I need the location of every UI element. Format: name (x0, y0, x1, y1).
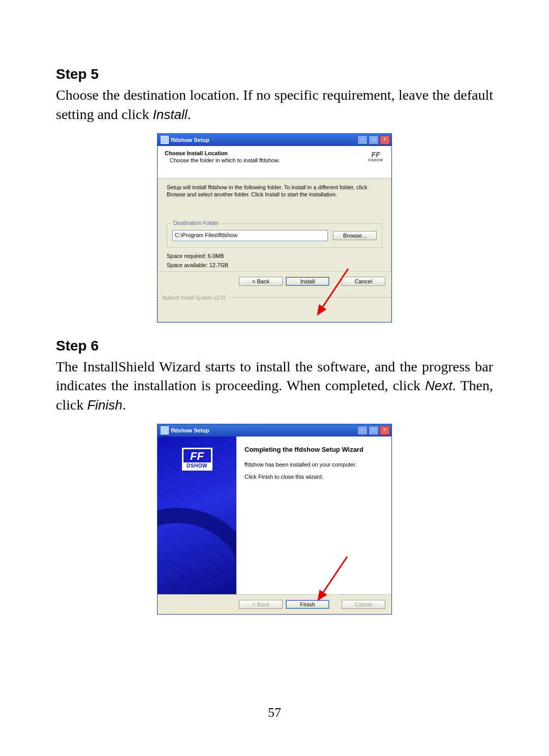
document-page: Step 5 Choose the destination location. … (0, 0, 549, 756)
step5-heading: Step 5 (56, 66, 493, 82)
logo-sub: DSHOW (367, 158, 384, 162)
minimize-button[interactable]: – (357, 426, 368, 435)
window-title: ffdshow Setup (171, 137, 209, 143)
wizard-panel: FF DSHOW Completing the ffdshow Setup Wi… (158, 437, 391, 594)
completing-title: Completing the ffdshow Setup Wizard (245, 446, 383, 453)
space-required: Space required: 6.0MB (167, 253, 382, 259)
step5-text-before: Choose the destination location. If no s… (56, 87, 493, 122)
installer-body: Setup will install ffdshow in the follow… (158, 179, 391, 272)
maximize-button[interactable]: □ (369, 426, 379, 435)
step6-heading: Step 6 (56, 338, 493, 354)
nsis-version-label: Nullsoft Install System v2.01 (161, 295, 228, 301)
header-title: Choose Install Location (165, 150, 384, 156)
window-title: ffdshow Setup (171, 427, 209, 433)
ff-logo-icon: FF DSHOW (367, 151, 384, 162)
browse-button[interactable]: Browse... (333, 231, 377, 240)
logo-main: FF (371, 151, 380, 159)
button-row: < Back Finish Cancel (158, 594, 391, 614)
instruction-text: Setup will install ffdshow in the follow… (167, 184, 382, 198)
step5-text-after: . (187, 106, 191, 122)
button-row: < Back Install Cancel (158, 271, 391, 291)
back-button[interactable]: < Back (239, 277, 283, 286)
destination-folder-group: Destination Folder C:\Program Files\ffds… (167, 223, 382, 248)
destination-path-input[interactable]: C:\Program Files\ffdshow (172, 230, 328, 241)
step6-finish-word: Finish (87, 397, 122, 413)
app-icon (161, 426, 169, 434)
header-band: Choose Install Location Choose the folde… (158, 146, 391, 179)
installer-window-location: ffdshow Setup – □ × Choose Install Locat… (157, 133, 392, 323)
header-subtitle: Choose the folder in which to install ff… (170, 157, 384, 163)
maximize-button[interactable]: □ (369, 135, 379, 144)
close-button[interactable]: × (380, 135, 390, 144)
app-icon (161, 136, 169, 144)
back-button: < Back (239, 600, 283, 609)
cancel-button: Cancel (342, 600, 385, 609)
finish-button[interactable]: Finish (286, 600, 329, 609)
page-number: 57 (0, 705, 549, 720)
close-button[interactable]: × (380, 426, 390, 435)
minimize-button[interactable]: – (357, 135, 368, 144)
titlebar[interactable]: ffdshow Setup – □ × (158, 424, 391, 437)
wizard-right-panel: Completing the ffdshow Setup Wizard ffds… (236, 437, 391, 594)
installer-window-complete: ffdshow Setup – □ × FF DSHOW Completing … (157, 424, 392, 615)
completing-line1: ffdshow has been installed on your compu… (245, 461, 383, 468)
logo-main: FF (184, 449, 211, 462)
space-available: Space available: 12.7GB (167, 262, 382, 268)
step6-paragraph: The InstallShield Wizard starts to insta… (56, 357, 493, 415)
install-button[interactable]: Install (286, 277, 329, 286)
logo-sub: DSHOW (184, 462, 211, 469)
destination-folder-legend: Destination Folder (171, 220, 221, 226)
completing-line2: Click Finish to close this wizard. (245, 474, 383, 480)
ff-logo-icon: FF DSHOW (182, 448, 212, 471)
side-banner: FF DSHOW (158, 437, 236, 594)
step5-paragraph: Choose the destination location. If no s… (56, 85, 493, 124)
cancel-button[interactable]: Cancel (342, 277, 385, 286)
step5-action-word: Install (153, 107, 188, 122)
step6-next-word: Next (425, 378, 452, 393)
titlebar[interactable]: ffdshow Setup – □ × (158, 134, 391, 146)
step6-text-c: . (123, 397, 126, 413)
